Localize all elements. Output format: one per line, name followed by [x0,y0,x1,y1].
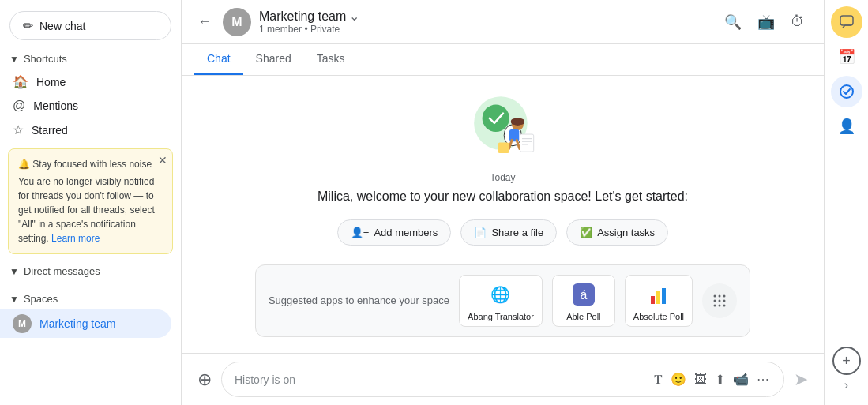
action-buttons: 👤+ Add members 📄 Share a file ✅ Assign t… [337,219,668,246]
chat-content: Today Milica, welcome to your new collab… [182,76,824,353]
assign-tasks-icon: ✅ [580,227,592,238]
tab-tasks[interactable]: Tasks [304,44,358,75]
learn-more-link[interactable]: Learn more [51,233,100,244]
app-abang-translator[interactable]: 🌐 Abang Translator [459,275,543,327]
more-apps-button[interactable] [702,283,737,318]
suggested-apps-section: Suggested apps to enhance your space 🌐 A… [255,264,750,337]
input-placeholder: History is on [235,373,295,386]
sidebar: ✏ New chat ▼ Shortcuts 🏠 Home @ Mentions… [0,0,182,405]
notification-title: 🔔 Stay focused with less noise [18,157,163,171]
sidebar-item-home[interactable]: 🏠 Home [0,69,171,94]
svg-rect-19 [656,291,660,304]
svg-rect-11 [520,134,533,152]
absolute-poll-icon [644,280,673,309]
welcome-text: Milica, welcome to your new collaboratio… [318,189,688,204]
svg-point-31 [840,85,853,98]
svg-point-22 [719,295,721,298]
new-chat-icon: ✏ [23,18,33,33]
shortcuts-section-header[interactable]: ▼ Shortcuts [0,48,181,69]
notification-body: You are no longer visibly notified for t… [18,174,163,246]
space-avatar-header: M [223,8,251,36]
assign-tasks-button[interactable]: ✅ Assign tasks [566,219,668,246]
share-file-button[interactable]: 📄 Share a file [460,219,557,246]
cast-button[interactable]: 📺 [751,7,781,37]
back-button[interactable]: ← [194,10,215,33]
svg-rect-30 [840,16,853,25]
format-text-button[interactable]: 𝐓 [652,371,664,388]
right-sidebar: 📅 👤 + › [824,0,868,405]
svg-point-6 [518,118,524,124]
input-actions: 𝐓 🙂 🖼 ⬆ 📹 ⋯ [652,370,771,388]
app-able-poll[interactable]: á Able Poll [552,275,615,327]
svg-point-24 [714,300,716,302]
chat-header: ← M Marketing team ⌄ 1 member • Private … [182,0,824,44]
contacts-button[interactable]: 👤 [831,111,862,142]
marketing-team-avatar: M [13,314,32,333]
image-button[interactable]: 🖼 [693,371,708,388]
sidebar-item-home-label: Home [36,76,66,88]
notification-card: ✕ 🔔 Stay focused with less noise You are… [8,148,173,254]
add-members-icon: 👤+ [351,227,370,238]
tab-chat[interactable]: Chat [194,44,243,75]
search-button[interactable]: 🔍 [718,7,748,37]
welcome-illustration [448,92,558,159]
date-label: Today [490,172,515,183]
add-panel-button[interactable]: + [832,347,861,375]
shortcuts-label: Shortcuts [24,53,67,65]
svg-point-26 [723,300,726,302]
svg-point-25 [719,300,721,302]
sidebar-item-mentions[interactable]: @ Mentions [0,94,171,118]
direct-messages-section-header[interactable]: ▼ Direct messages [0,261,181,282]
sidebar-item-marketing-team[interactable]: M Marketing team [0,309,171,338]
marketing-team-label: Marketing team [39,317,115,330]
tab-shared[interactable]: Shared [243,44,304,75]
sidebar-item-starred-label: Starred [32,124,68,137]
upload-button[interactable]: ⬆ [713,370,727,388]
notification-close-button[interactable]: ✕ [158,154,167,167]
svg-text:á: á [580,288,587,302]
header-title: Marketing team ⌄ [259,9,710,24]
emoji-button[interactable]: 🙂 [669,370,688,388]
svg-point-28 [719,305,721,307]
space-name-dropdown-icon[interactable]: ⌄ [349,9,359,24]
spaces-chevron-icon: ▼ [9,294,19,305]
svg-point-29 [723,305,726,307]
svg-rect-18 [651,296,655,304]
share-file-icon: 📄 [474,227,487,238]
meet-button[interactable]: 📹 [731,370,750,388]
timer-button[interactable]: ⏱ [784,7,811,36]
send-button[interactable]: ➤ [791,366,811,393]
spaces-section: ▼ Spaces M Marketing team [0,288,181,338]
input-area: ⊕ History is on 𝐓 🙂 🖼 ⬆ 📹 ⋯ ➤ [182,353,824,405]
svg-rect-20 [662,288,666,304]
starred-icon: ☆ [13,122,24,137]
add-members-button[interactable]: 👤+ Add members [337,219,452,246]
header-actions: 🔍 📺 ⏱ [718,7,811,37]
svg-point-5 [510,118,516,124]
new-chat-label: New chat [39,20,85,32]
message-input-box[interactable]: History is on 𝐓 🙂 🖼 ⬆ 📹 ⋯ [221,362,784,397]
mentions-icon: @ [13,99,25,113]
add-attachment-button[interactable]: ⊕ [194,366,215,393]
shortcuts-chevron-icon: ▼ [9,54,19,65]
new-chat-button[interactable]: ✏ New chat [9,11,171,40]
tabs: Chat Shared Tasks [182,44,824,76]
main-content: ← M Marketing team ⌄ 1 member • Private … [182,0,824,405]
able-poll-icon: á [569,280,598,309]
header-info: Marketing team ⌄ 1 member • Private [259,9,710,35]
svg-point-21 [714,295,716,298]
sidebar-item-starred[interactable]: ☆ Starred [0,118,171,142]
home-icon: 🏠 [13,74,28,89]
more-input-button[interactable]: ⋯ [755,370,771,388]
chat-icon-button[interactable] [831,6,862,38]
app-absolute-poll[interactable]: Absolute Poll [625,275,693,327]
spaces-section-header[interactable]: ▼ Spaces [0,288,181,309]
sidebar-item-mentions-label: Mentions [33,99,78,112]
spaces-label: Spaces [24,293,58,305]
collapse-right-sidebar-icon: › [844,378,848,392]
svg-point-23 [723,295,726,298]
svg-point-1 [482,105,509,132]
tasks-button[interactable] [831,76,862,107]
svg-rect-10 [498,143,509,154]
calendar-button[interactable]: 📅 [831,41,862,73]
